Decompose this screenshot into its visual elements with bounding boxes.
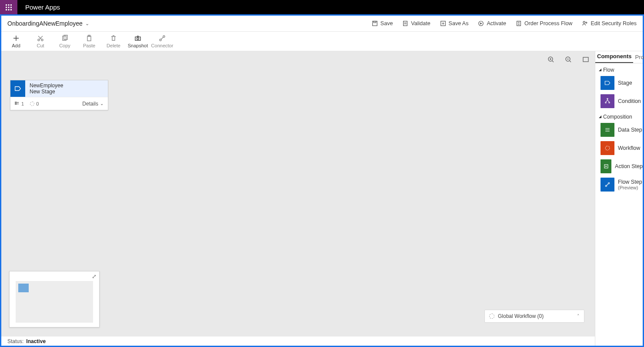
app-launcher-button[interactable]	[0, 0, 17, 14]
stage-icon	[10, 80, 25, 97]
scissors-icon	[37, 35, 44, 42]
component-workflow[interactable]: Workflow	[601, 141, 643, 155]
order-label: Order Process Flow	[524, 20, 572, 26]
save-as-label: Save As	[449, 20, 469, 26]
svg-point-33	[609, 102, 610, 103]
connector-button[interactable]: Connector	[150, 31, 174, 51]
delete-button[interactable]: Delete	[101, 31, 126, 51]
component-action-step[interactable]: Action Step	[601, 159, 643, 174]
process-title-dropdown[interactable]: OnboardingANewEmployee ⌄	[7, 20, 89, 27]
svg-point-25	[160, 39, 161, 41]
svg-rect-7	[8, 9, 10, 10]
zoom-in-button[interactable]	[546, 55, 556, 64]
component-stage[interactable]: Stage	[601, 76, 643, 90]
svg-rect-4	[8, 7, 10, 8]
svg-rect-0	[6, 4, 7, 6]
stage-details-toggle[interactable]: Details ⌄	[82, 101, 103, 107]
cut-button[interactable]: Cut	[28, 31, 53, 51]
command-actions: Save Validate Save As Activate Order Pro…	[372, 20, 637, 26]
add-button[interactable]: Add	[4, 31, 28, 51]
component-label: Condition	[618, 98, 641, 104]
save-icon	[372, 20, 378, 26]
copy-button[interactable]: Copy	[53, 31, 77, 51]
app-header: Power Apps	[0, 0, 644, 14]
component-data-step[interactable]: Data Step	[601, 122, 643, 137]
status-label: Status:	[7, 338, 23, 344]
svg-point-38	[608, 182, 610, 184]
component-label: Stage	[618, 80, 632, 86]
details-label: Details	[82, 101, 98, 107]
svg-rect-1	[8, 4, 10, 6]
snapshot-button[interactable]: Snapshot	[126, 31, 150, 51]
stage-header: NewEmployee New Stage	[10, 80, 108, 97]
tab-properties[interactable]: Pro	[633, 54, 644, 63]
svg-point-15	[583, 21, 585, 23]
global-workflow-toggle[interactable]: Global Workflow (0) ˄	[484, 310, 584, 323]
stage-info: NewEmployee New Stage	[25, 80, 108, 97]
minimap[interactable]: ⤢	[9, 271, 100, 327]
save-as-button[interactable]: Save As	[440, 20, 469, 26]
activate-button[interactable]: Activate	[478, 20, 506, 26]
security-icon	[582, 20, 588, 26]
connector-icon	[159, 35, 166, 42]
cut-label: Cut	[37, 43, 44, 48]
svg-point-37	[605, 185, 607, 187]
designer-canvas[interactable]: NewEmployee New Stage 1 0	[1, 51, 595, 346]
designer-frame: OnboardingANewEmployee ⌄ Save Validate S…	[0, 14, 644, 347]
svg-rect-11	[404, 21, 407, 26]
tab-components[interactable]: Components	[595, 53, 633, 63]
zoom-out-button[interactable]	[564, 55, 573, 64]
chevron-down-icon: ⌄	[100, 101, 103, 106]
svg-point-24	[137, 37, 139, 39]
chevron-down-icon: ⌄	[85, 21, 89, 26]
svg-rect-6	[6, 9, 7, 10]
stage-tile[interactable]: NewEmployee New Stage 1 0	[10, 80, 108, 110]
svg-point-34	[607, 98, 608, 99]
minimap-viewport	[16, 281, 93, 323]
svg-rect-29	[583, 57, 588, 62]
waffle-icon	[5, 4, 12, 11]
minimap-expand-icon[interactable]: ⤢	[92, 273, 97, 280]
svg-rect-3	[6, 7, 7, 8]
order-process-flow-button[interactable]: Order Process Flow	[516, 20, 572, 26]
svg-point-35	[605, 146, 610, 150]
plus-icon	[13, 35, 20, 42]
global-workflow-label: Global Workflow (0)	[498, 313, 544, 319]
action-step-icon	[601, 159, 611, 173]
spinner-icon	[30, 102, 34, 106]
svg-rect-8	[10, 9, 12, 10]
connector-label: Connector	[151, 43, 174, 48]
ribbon-toolbar: Add Cut Copy Paste Delete Snapshot Conne…	[1, 31, 643, 51]
component-flow-step[interactable]: Flow Step (Preview)	[601, 177, 643, 192]
workflow-icon	[601, 141, 614, 155]
spinner-icon	[489, 314, 494, 319]
chevron-up-icon: ˄	[577, 314, 580, 319]
group-composition[interactable]: Composition	[595, 110, 643, 121]
fit-to-screen-button[interactable]	[581, 55, 591, 64]
save-label: Save	[380, 20, 393, 26]
svg-rect-5	[10, 7, 12, 8]
svg-rect-31	[15, 104, 17, 105]
command-bar: OnboardingANewEmployee ⌄ Save Validate S…	[1, 16, 643, 31]
security-label: Edit Security Roles	[591, 20, 637, 26]
copy-label: Copy	[59, 43, 70, 48]
app-brand: Power Apps	[17, 3, 68, 11]
svg-point-16	[586, 22, 587, 23]
trash-icon	[110, 35, 117, 42]
condition-icon	[601, 94, 614, 108]
save-button[interactable]: Save	[372, 20, 393, 26]
component-condition[interactable]: Condition	[601, 94, 643, 109]
paste-button[interactable]: Paste	[77, 31, 101, 51]
minimap-node	[18, 284, 29, 292]
stage-workflows-count: 0	[30, 101, 39, 106]
validate-button[interactable]: Validate	[402, 20, 430, 26]
stage-icon	[601, 76, 614, 90]
svg-point-18	[41, 39, 43, 41]
panel-tabs: Components Pro	[595, 51, 643, 63]
edit-security-roles-button[interactable]: Edit Security Roles	[582, 20, 637, 26]
validate-icon	[402, 20, 408, 26]
stage-steps-count: 1	[15, 101, 24, 106]
delete-label: Delete	[107, 43, 120, 48]
group-flow[interactable]: Flow	[595, 63, 643, 74]
svg-rect-2	[10, 4, 12, 6]
